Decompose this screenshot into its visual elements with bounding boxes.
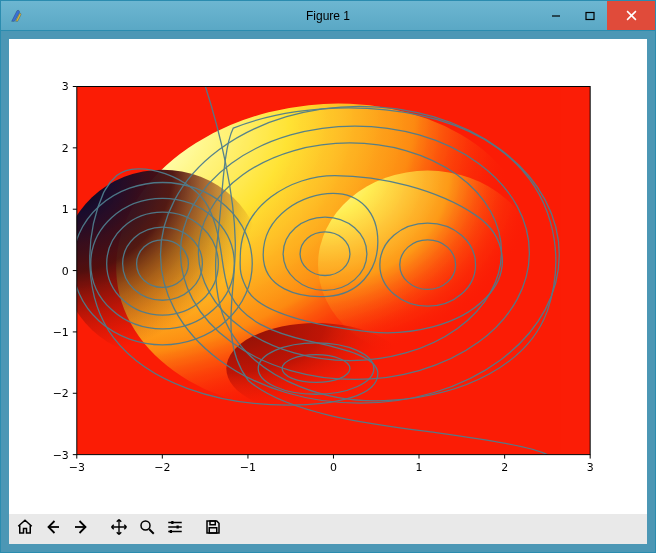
save-icon bbox=[204, 518, 222, 540]
ytick-label: 3 bbox=[62, 80, 69, 93]
arrow-left-icon bbox=[44, 518, 62, 540]
ytick-label: 2 bbox=[62, 142, 69, 155]
close-button[interactable] bbox=[607, 1, 655, 30]
matplotlib-toolbar bbox=[9, 514, 647, 544]
ytick-label: −1 bbox=[53, 326, 69, 339]
xtick-label: 0 bbox=[330, 461, 337, 474]
xtick-label: −3 bbox=[69, 461, 85, 474]
xtick-label: 3 bbox=[587, 461, 594, 474]
tk-feather-icon bbox=[7, 6, 27, 26]
titlebar[interactable]: Figure 1 bbox=[1, 1, 655, 31]
ytick-label: 0 bbox=[62, 265, 69, 278]
xtick-label: 2 bbox=[501, 461, 508, 474]
magnify-icon bbox=[138, 518, 156, 540]
plot-svg: −3 −2 −1 0 1 bbox=[9, 39, 647, 514]
arrow-right-icon bbox=[72, 518, 90, 540]
client-area: −3 −2 −1 0 1 bbox=[1, 31, 655, 552]
sliders-icon bbox=[166, 518, 184, 540]
save-figure-button[interactable] bbox=[199, 516, 227, 542]
zoom-button[interactable] bbox=[133, 516, 161, 542]
minimize-button[interactable] bbox=[539, 1, 573, 30]
y-axis-ticks: −3 −2 −1 0 1 bbox=[53, 80, 77, 461]
ytick-label: −2 bbox=[53, 387, 69, 400]
configure-subplots-button[interactable] bbox=[161, 516, 189, 542]
figure-canvas[interactable]: −3 −2 −1 0 1 bbox=[9, 39, 647, 514]
home-icon bbox=[16, 518, 34, 540]
toolbar-separator bbox=[95, 514, 105, 544]
svg-line-40 bbox=[149, 529, 154, 534]
move-icon bbox=[110, 518, 128, 540]
toolbar-separator bbox=[189, 514, 199, 544]
home-button[interactable] bbox=[11, 516, 39, 542]
svg-rect-44 bbox=[171, 521, 173, 524]
window-controls bbox=[539, 1, 655, 30]
forward-button[interactable] bbox=[67, 516, 95, 542]
x-axis-ticks: −3 −2 −1 0 1 bbox=[69, 455, 594, 475]
svg-rect-47 bbox=[210, 521, 215, 525]
maximize-button[interactable] bbox=[573, 1, 607, 30]
app-window: Figure 1 bbox=[0, 0, 656, 553]
pan-button[interactable] bbox=[105, 516, 133, 542]
ytick-label: −3 bbox=[53, 449, 69, 462]
xtick-label: 1 bbox=[416, 461, 423, 474]
svg-point-39 bbox=[141, 521, 150, 530]
svg-rect-1 bbox=[586, 12, 594, 19]
xtick-label: −2 bbox=[154, 461, 170, 474]
svg-rect-46 bbox=[170, 530, 172, 533]
back-button[interactable] bbox=[39, 516, 67, 542]
svg-rect-45 bbox=[177, 526, 179, 529]
xtick-label: −1 bbox=[240, 461, 256, 474]
ytick-label: 1 bbox=[62, 203, 69, 216]
svg-rect-48 bbox=[209, 528, 217, 533]
